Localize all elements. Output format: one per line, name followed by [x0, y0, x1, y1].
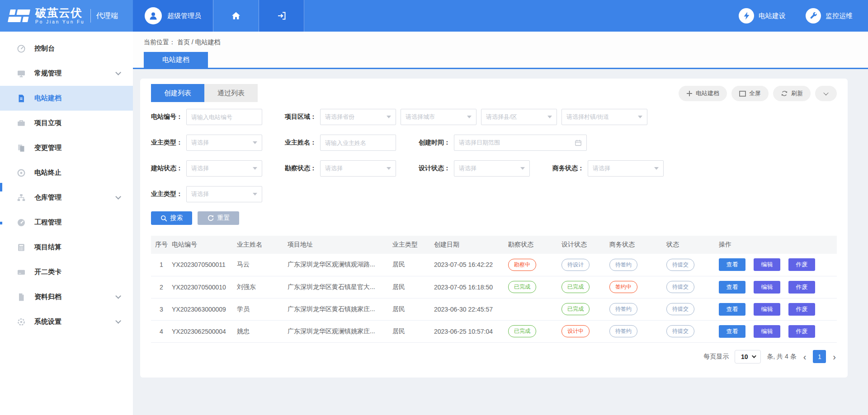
- town-select[interactable]: 请选择村镇/街道: [561, 109, 647, 125]
- pagination: 每页显示 10 条, 共 4 条 ‹ 1 ›: [151, 350, 837, 364]
- app-root: 破茧云伏 Po Jian Yun Fu 代理端 超级管理员: [0, 0, 868, 415]
- edit-button[interactable]: 编辑: [754, 281, 780, 294]
- gear-icon: [16, 317, 26, 326]
- table-row: 3 YX2023063000009 学员 广东深圳龙华区黄石镇姚家庄... 居民…: [151, 298, 837, 320]
- business-status-badge: 待签约: [609, 325, 637, 337]
- survey-status-badge: 已完成: [508, 325, 536, 337]
- brand-title: 破茧云伏: [35, 7, 85, 19]
- sidebar-item-project-initiation[interactable]: 项目立项: [0, 111, 133, 135]
- reset-label: 重置: [217, 214, 230, 222]
- owner-name-input[interactable]: [320, 135, 396, 151]
- view-button[interactable]: 查看: [719, 303, 745, 316]
- edit-button[interactable]: 编辑: [754, 303, 780, 316]
- void-button[interactable]: 作废: [788, 303, 815, 316]
- void-button[interactable]: 作废: [788, 281, 815, 294]
- prev-page-button[interactable]: ‹: [802, 352, 807, 361]
- caret-down-icon: [547, 116, 552, 118]
- sidebar-item-label: 常规管理: [34, 69, 61, 78]
- region-label: 项目区域：: [285, 113, 316, 121]
- breadcrumb-prefix: 当前位置：: [144, 38, 175, 46]
- business-status-badge: 签约中: [609, 281, 637, 293]
- sidebar-item-station-archive[interactable]: 电站建档: [0, 86, 133, 111]
- total-count-label: 条, 共 4 条: [767, 353, 796, 361]
- nav-station-build[interactable]: 电站建设: [739, 8, 786, 23]
- station-no-input[interactable]: [186, 109, 262, 125]
- sidebar-item-station-termination[interactable]: 电站终止: [0, 160, 133, 185]
- sidebar-item-change-mgmt[interactable]: 变更管理: [0, 135, 133, 160]
- void-button[interactable]: 作废: [788, 325, 815, 338]
- survey-status-label: 勘察状态：: [285, 164, 316, 173]
- sidebar-item-project-settlement[interactable]: 项目结算: [0, 235, 133, 260]
- refresh-button[interactable]: 刷新: [773, 86, 811, 101]
- fullscreen-button[interactable]: 全屏: [731, 86, 769, 101]
- owner-type2-select[interactable]: 请选择: [186, 186, 262, 202]
- edit-button[interactable]: 编辑: [754, 258, 780, 271]
- reset-icon: [207, 214, 214, 222]
- view-button[interactable]: 查看: [719, 258, 745, 271]
- create-station-label: 电站建档: [696, 89, 719, 98]
- search-icon: [160, 215, 167, 222]
- caret-down-icon: [253, 193, 257, 196]
- home-button[interactable]: [213, 0, 259, 32]
- target-icon: [16, 168, 26, 177]
- breadcrumb-path[interactable]: 首页 / 电站建档: [177, 38, 221, 46]
- sidebar-item-open-card[interactable]: 开二类卡: [0, 260, 133, 284]
- survey-status-select[interactable]: 请选择: [320, 160, 396, 177]
- nav-monitor-ops[interactable]: 监控运维: [806, 8, 853, 23]
- view-button[interactable]: 查看: [719, 325, 745, 338]
- collapse-button[interactable]: [815, 86, 837, 101]
- owner-type-label: 业主类型：: [151, 139, 183, 147]
- refresh-label: 刷新: [791, 89, 803, 98]
- create-station-button[interactable]: 电站建档: [679, 86, 727, 101]
- design-status-select[interactable]: 请选择: [454, 160, 530, 177]
- edit-button[interactable]: 编辑: [754, 325, 780, 338]
- document-icon: [16, 94, 26, 103]
- plus-icon: [686, 90, 693, 97]
- table-row: 2 YX2023070500010 刘强东 广东深圳龙华区黄石镇星官大... 居…: [151, 276, 837, 298]
- build-status-select[interactable]: 请选择: [186, 160, 262, 177]
- sidebar-item-console[interactable]: 控制台: [0, 36, 133, 61]
- search-button[interactable]: 搜索: [151, 211, 192, 225]
- reset-button[interactable]: 重置: [198, 211, 239, 225]
- date-range-picker[interactable]: 请选择日期范围: [454, 135, 587, 151]
- design-status-badge: 待设计: [561, 259, 590, 271]
- table-row: 4 YX2023062500004 姚忠 广东深圳龙华区观澜镇姚家庄... 居民…: [151, 320, 837, 342]
- calendar-icon: [575, 139, 582, 146]
- gauge-icon: [16, 218, 26, 227]
- county-select[interactable]: 请选择县/区: [481, 109, 557, 125]
- sidebar-item-warehouse-mgmt[interactable]: 仓库管理: [0, 185, 133, 210]
- province-select[interactable]: 请选择省份: [320, 109, 396, 125]
- business-status-select[interactable]: 请选择: [588, 160, 664, 177]
- page-tab-bar: 电站建档: [133, 52, 868, 69]
- view-button[interactable]: 查看: [719, 281, 745, 294]
- search-label: 搜索: [170, 214, 183, 222]
- tab-create-list[interactable]: 创建列表: [151, 84, 204, 102]
- tab-passed-list[interactable]: 通过列表: [204, 84, 258, 102]
- city-select[interactable]: 请选择城市: [401, 109, 476, 125]
- user-menu[interactable]: 超级管理员: [133, 0, 213, 32]
- current-page-button[interactable]: 1: [813, 350, 826, 363]
- sidebar-item-data-archive[interactable]: 资料归档: [0, 284, 133, 309]
- caret-down-icon: [654, 167, 659, 170]
- survey-status-badge: 勘察中: [508, 259, 536, 271]
- sidebar-item-system-settings[interactable]: 系统设置: [0, 309, 133, 334]
- page-tab-station-archive[interactable]: 电站建档: [144, 52, 208, 68]
- copy-icon: [16, 144, 26, 153]
- business-status-badge: 待签约: [609, 303, 637, 315]
- sidebar-item-engineering-mgmt[interactable]: 工程管理: [0, 210, 133, 235]
- next-page-button[interactable]: ›: [832, 352, 837, 361]
- chevron-down-icon: [823, 90, 828, 95]
- owner-type-select[interactable]: 请选择: [186, 135, 262, 151]
- dashboard-icon: [16, 44, 26, 53]
- monitor-icon: [16, 69, 26, 78]
- table-header-row: 序号电站编号 业主姓名项目地址 业主类型创建日期 勘察状态设计状态 商务状态状态…: [151, 236, 837, 254]
- void-button[interactable]: 作废: [788, 258, 815, 271]
- logout-button[interactable]: [259, 0, 304, 32]
- portal-label: 代理端: [96, 11, 118, 21]
- chevron-down-icon: [115, 293, 121, 299]
- sidebar-item-general-mgmt[interactable]: 常规管理: [0, 61, 133, 86]
- per-page-select[interactable]: 10: [735, 350, 761, 364]
- breadcrumb: 当前位置： 首页 / 电站建档: [133, 32, 868, 52]
- status-badge: 待提交: [666, 303, 694, 315]
- table-row: 1 YX2023070500011 马云 广东深圳龙华区观澜镇观湖路... 居民…: [151, 254, 837, 276]
